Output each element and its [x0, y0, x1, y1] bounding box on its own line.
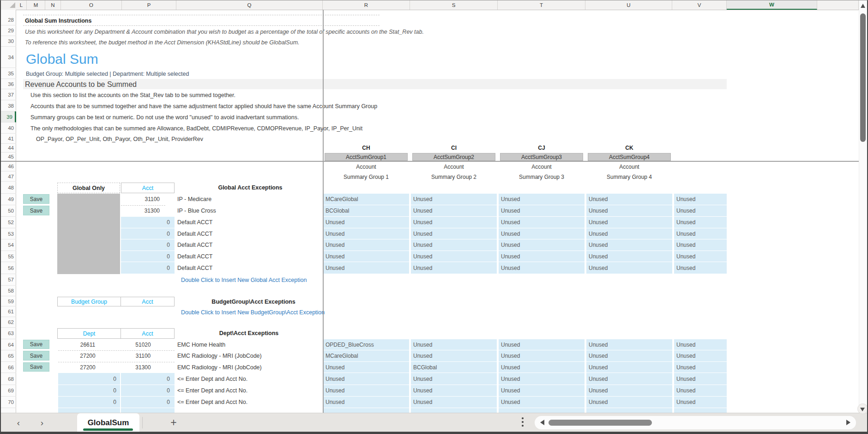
column-header-Q[interactable]: Q — [176, 0, 323, 10]
insert-global-exception-link[interactable]: Double Click to Insert New Global Acct E… — [181, 277, 307, 283]
acct-number-cell[interactable]: 31300 — [121, 205, 165, 216]
account-summary-group-cell[interactable]: Unused — [674, 373, 727, 385]
column-header-S[interactable]: S — [410, 0, 498, 10]
column-header-M[interactable]: M — [27, 0, 45, 10]
account-summary-group-cell[interactable]: Unused — [499, 228, 585, 239]
account-summary-group-cell[interactable]: MCareGlobal — [323, 194, 409, 205]
account-summary-group-cell[interactable]: Unused — [674, 339, 727, 350]
dept-number-cell[interactable]: 27200 — [58, 362, 117, 373]
account-summary-group-cell[interactable]: Unused — [411, 262, 497, 274]
column-header-P[interactable]: P — [122, 0, 176, 10]
account-summary-group-cell[interactable]: Unused — [586, 262, 672, 274]
account-summary-group-cell[interactable]: Unused — [499, 385, 585, 396]
account-summary-group-cell[interactable]: MCareGlobal — [323, 350, 409, 361]
account-summary-group-cell[interactable]: Unused — [411, 251, 497, 262]
account-summary-group-cell[interactable]: Unused — [323, 251, 409, 262]
account-summary-group-cell[interactable]: Unused — [586, 228, 672, 239]
acct-input-cell[interactable]: 0 — [121, 217, 175, 228]
account-summary-group-cell[interactable]: Unused — [586, 350, 672, 361]
acct-input-cell[interactable]: 0 — [121, 397, 175, 408]
account-summary-group-cell[interactable]: Unused — [411, 239, 497, 251]
select-all-icon[interactable] — [10, 2, 15, 8]
save-button[interactable]: Save — [23, 194, 49, 204]
scroll-right-icon[interactable] — [846, 420, 850, 425]
account-summary-group-cell[interactable]: Unused — [674, 397, 727, 408]
account-summary-group-cell[interactable]: Unused — [411, 350, 497, 361]
account-summary-group-cell[interactable]: Unused — [323, 228, 409, 239]
acct-input-cell[interactable]: 0 — [121, 239, 175, 251]
account-summary-group-cell[interactable]: Unused — [411, 217, 497, 228]
account-summary-group-cell[interactable]: Unused — [586, 385, 672, 396]
budget-group-column-header[interactable]: Budget Group — [57, 297, 121, 306]
account-summary-group-cell[interactable]: Unused — [499, 373, 585, 385]
account-summary-group-cell[interactable]: Unused — [323, 362, 409, 373]
horizontal-scrollbar[interactable] — [535, 416, 856, 429]
acct-column-header[interactable]: Acct — [121, 328, 175, 339]
dept-input-cell[interactable]: 0 — [58, 397, 120, 408]
account-summary-group-cell[interactable]: Unused — [411, 373, 497, 385]
dept-input-cell[interactable]: 0 — [58, 385, 120, 396]
save-button[interactable]: Save — [23, 351, 49, 361]
account-summary-group-cell[interactable]: Unused — [323, 217, 409, 228]
next-sheet-icon[interactable]: › — [37, 413, 47, 432]
account-summary-group-cell[interactable]: Unused — [586, 205, 672, 216]
account-summary-group-cell[interactable]: Unused — [674, 350, 727, 361]
acct-number-cell[interactable]: 51020 — [121, 339, 165, 350]
column-header-O[interactable]: O — [61, 0, 122, 10]
account-summary-group-cell[interactable]: Unused — [586, 339, 672, 350]
acct-input-cell[interactable]: 0 — [121, 251, 175, 262]
account-summary-group-cell[interactable]: OPDED_BlueCross — [323, 339, 409, 350]
account-summary-group-cell[interactable]: Unused — [411, 397, 497, 408]
account-summary-group-cell[interactable]: Unused — [499, 205, 585, 216]
sheet-options-icon[interactable] — [521, 417, 524, 428]
account-summary-group-cell[interactable]: Unused — [586, 373, 672, 385]
account-summary-group-cell[interactable]: Unused — [323, 262, 409, 274]
column-header-U[interactable]: U — [585, 0, 672, 10]
acct-input-cell[interactable]: 0 — [121, 385, 175, 396]
save-button[interactable]: Save — [23, 362, 49, 372]
dept-input-cell[interactable]: 0 — [58, 373, 120, 385]
account-summary-group-cell[interactable]: Unused — [499, 262, 585, 274]
dept-number-cell[interactable]: 26611 — [58, 339, 117, 350]
column-header-R[interactable]: R — [323, 0, 410, 10]
account-summary-group-cell[interactable]: Unused — [674, 217, 727, 228]
vertical-scrollbar-thumb[interactable] — [860, 13, 866, 142]
dept-column-header[interactable]: Dept — [57, 328, 121, 339]
account-summary-group-cell[interactable]: Unused — [674, 205, 727, 216]
account-summary-group-cell[interactable]: Unused — [674, 194, 727, 205]
account-summary-group-cell[interactable]: Unused — [323, 397, 409, 408]
acct-input-cell[interactable]: 0 — [121, 262, 175, 274]
account-summary-group-cell[interactable]: BCGlobal — [411, 362, 497, 373]
add-sheet-button[interactable]: + — [168, 413, 179, 432]
account-summary-group-cell[interactable]: Unused — [586, 217, 672, 228]
account-summary-group-cell[interactable]: Unused — [499, 350, 585, 361]
account-summary-group-cell[interactable]: Unused — [674, 385, 727, 396]
account-summary-group-cell[interactable]: Unused — [411, 194, 497, 205]
account-summary-group-cell[interactable]: Unused — [674, 262, 727, 274]
acct-column-header[interactable]: Acct — [121, 183, 175, 193]
account-summary-group-cell[interactable]: BCGlobal — [323, 205, 409, 216]
account-summary-group-cell[interactable]: Unused — [411, 228, 497, 239]
account-summary-group-cell[interactable]: Unused — [586, 397, 672, 408]
account-summary-group-cell[interactable]: Unused — [499, 362, 585, 373]
save-button[interactable]: Save — [23, 340, 49, 349]
scroll-left-icon[interactable] — [540, 420, 544, 425]
account-summary-group-cell[interactable]: Unused — [586, 362, 672, 373]
account-summary-group-cell[interactable]: Unused — [674, 239, 727, 251]
acct-number-cell[interactable]: 31100 — [121, 194, 165, 205]
column-header-V[interactable]: V — [672, 0, 727, 10]
column-header-N[interactable]: N — [45, 0, 61, 10]
acct-number-cell[interactable]: 31100 — [121, 350, 165, 361]
column-header-T[interactable]: T — [498, 0, 585, 10]
column-header-L[interactable]: L — [16, 0, 27, 10]
account-summary-group-cell[interactable]: Unused — [586, 251, 672, 262]
account-summary-group-cell[interactable]: Unused — [674, 362, 727, 373]
account-summary-group-cell[interactable]: Unused — [499, 397, 585, 408]
acct-input-cell[interactable]: 0 — [121, 373, 175, 385]
account-summary-group-cell[interactable]: Unused — [411, 339, 497, 350]
scroll-down-icon[interactable] — [857, 403, 868, 414]
account-summary-group-cell[interactable]: Unused — [586, 239, 672, 251]
account-summary-group-cell[interactable]: Unused — [499, 194, 585, 205]
scroll-up-icon[interactable] — [861, 4, 865, 8]
account-summary-group-cell[interactable]: Unused — [499, 217, 585, 228]
